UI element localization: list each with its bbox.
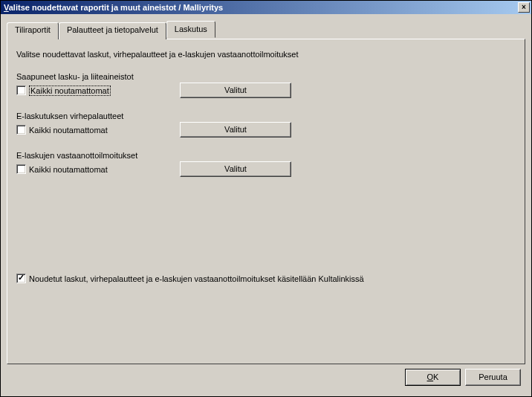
dialog-window: Valitse noudettavat raportit ja muut ain… — [0, 0, 532, 397]
button-valitut-saapuneet[interactable]: Valitut — [180, 83, 291, 98]
checkbox-wrap-virhepalautteet: Kaikki noutamattomat — [16, 125, 180, 135]
titlebar-title: Valitse noudettavat raportit ja muut ain… — [4, 3, 223, 12]
tab-palautteet[interactable]: Palautteet ja tietopalvelut — [59, 22, 166, 39]
tab-label: Tiliraportit — [15, 25, 51, 34]
checkbox-saapuneet[interactable] — [16, 85, 26, 95]
checkbox-vastaanotto[interactable] — [16, 164, 26, 174]
section-label-saapuneet: Saapuneet lasku- ja liiteaineistot — [16, 72, 516, 81]
button-bar: OK Peruuta — [7, 364, 525, 390]
instruction-text: Valitse noudettavat laskut, virhepalautt… — [16, 50, 516, 59]
tab-label: Laskutus — [175, 25, 207, 33]
checkbox-label-process: Noudetut laskut, virhepalautteet ja e-la… — [29, 274, 364, 283]
button-label: Valitut — [224, 125, 247, 134]
tab-label: Palautteet ja tietopalvelut — [67, 25, 158, 34]
button-valitut-vastaanotto[interactable]: Valitut — [180, 161, 291, 177]
content-area: Tiliraportit Palautteet ja tietopalvelut… — [1, 14, 531, 396]
button-valitut-virhepalautteet[interactable]: Valitut — [180, 122, 291, 138]
titlebar: Valitse noudettavat raportit ja muut ain… — [1, 1, 531, 14]
section-label-vastaanotto: E-laskujen vastaanottoilmoitukset — [16, 151, 516, 160]
row-virhepalautteet: Kaikki noutamattomat Valitut — [16, 122, 516, 138]
tab-panel-laskutus: Valitse noudettavat laskut, virhepalautt… — [7, 39, 525, 364]
cancel-button[interactable]: Peruuta — [465, 369, 521, 386]
process-row: Noudetut laskut, virhepalautteet ja e-la… — [16, 274, 516, 283]
checkbox-wrap-saapuneet: Kaikki noutamattomat — [16, 85, 180, 96]
tab-laskutus[interactable]: Laskutus — [166, 21, 215, 38]
ok-button[interactable]: OK — [405, 369, 461, 386]
checkbox-label-saapuneet: Kaikki noutamattomat — [29, 85, 111, 96]
checkbox-process-kultalinkki[interactable] — [16, 274, 26, 283]
checkbox-wrap-vastaanotto: Kaikki noutamattomat — [16, 164, 180, 174]
section-label-virhepalautteet: E-laskutuksen virhepalautteet — [16, 112, 516, 120]
button-label: Valitut — [224, 85, 247, 94]
button-label: Peruuta — [479, 372, 507, 381]
checkbox-label-vastaanotto: Kaikki noutamattomat — [29, 165, 108, 174]
checkbox-virhepalautteet[interactable] — [16, 125, 26, 135]
tab-strip: Tiliraportit Palautteet ja tietopalvelut… — [7, 22, 525, 39]
row-vastaanotto: Kaikki noutamattomat Valitut — [16, 161, 516, 177]
close-icon: × — [522, 4, 526, 11]
tab-tiliraportit[interactable]: Tiliraportit — [7, 22, 59, 39]
close-button[interactable]: × — [518, 2, 530, 13]
checkbox-label-virhepalautteet: Kaikki noutamattomat — [29, 126, 108, 135]
row-saapuneet: Kaikki noutamattomat Valitut — [16, 83, 516, 98]
button-label: Valitut — [224, 164, 247, 173]
button-label: OK — [427, 372, 439, 381]
